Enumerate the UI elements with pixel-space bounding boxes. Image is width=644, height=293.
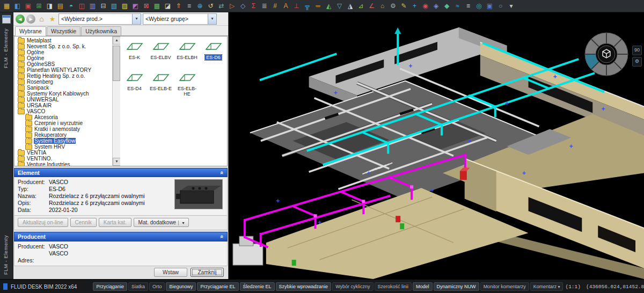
toolbar-icon[interactable]: ∠ <box>367 2 376 11</box>
toolbar-icon[interactable]: ↺ <box>206 2 215 11</box>
tree-item[interactable]: System HRV <box>14 144 112 150</box>
toolbar-icon[interactable]: ⊿ <box>356 2 365 11</box>
element-action-button[interactable]: Mat. dodatkowe <box>134 218 189 227</box>
element-action-button[interactable]: Karta kat. <box>99 218 131 227</box>
toolbar-icon[interactable]: A <box>281 2 290 11</box>
element-action-button[interactable]: Cennik <box>70 218 97 227</box>
statusbar-toggle[interactable]: Siatka <box>128 282 148 291</box>
tree-item[interactable]: Planetfan WENTYLATORY <box>14 67 112 73</box>
toolbar-icon[interactable]: ≡ <box>464 2 473 11</box>
tree-item[interactable]: Venture Industries <box>14 162 112 165</box>
statusbar-toggle[interactable]: Komentarz <box>530 282 564 291</box>
toolbar-icon[interactable]: ◪ <box>163 2 172 11</box>
toolbar-icon[interactable]: ▷ <box>228 2 237 11</box>
toolbar-icon[interactable]: ◉ <box>421 2 430 11</box>
catalog-tab[interactable]: Użytkownika <box>81 26 121 35</box>
wstaw-button[interactable]: Wstaw <box>154 268 187 277</box>
toolbar-icon[interactable]: ⊞ <box>34 2 43 11</box>
statusbar-toggle[interactable]: Śledzenie EL <box>240 282 275 291</box>
toolbar-icon[interactable]: # <box>270 2 280 11</box>
toolbar-icon[interactable]: ⊕ <box>195 2 204 11</box>
producer-dropdown[interactable]: <Wybierz prod.> ▾ <box>58 13 141 25</box>
tree-item[interactable]: Systemy Koryt Kablowych <box>14 91 112 97</box>
tree-item[interactable]: Neovent Sp. z o.o. Sp. k. <box>14 43 112 49</box>
product-tile[interactable]: ES-ELB-E <box>148 71 174 102</box>
toolbar-icon[interactable]: ⌂ <box>378 2 387 11</box>
back-icon[interactable]: ◄ <box>16 14 25 24</box>
chevron-down-icon[interactable]: ▾ <box>208 14 216 24</box>
tree-scrollbar[interactable]: ▲ ▼ <box>112 36 120 165</box>
tree-item[interactable]: Ogólne <box>14 55 112 61</box>
tree-item[interactable]: Ogólne <box>14 49 112 55</box>
statusbar-toggle[interactable]: Biegunowy <box>166 282 196 291</box>
tree-item[interactable]: VENTINO. <box>14 156 112 162</box>
toolbar-icon[interactable]: ⇑ <box>174 2 183 11</box>
toolbar-icon[interactable]: ⊥ <box>292 2 301 11</box>
element-action-button[interactable]: Aktualizuj on-line <box>18 218 68 227</box>
toolbar-icon[interactable]: ◫ <box>77 2 86 11</box>
toolbar-icon[interactable]: ▣ <box>485 2 494 11</box>
tree-item[interactable]: Kratki i anemostaty <box>14 126 112 132</box>
tree-item[interactable]: UNIWERSAL <box>14 97 112 102</box>
toolbar-icon[interactable]: ◩ <box>131 2 140 11</box>
toolbar-icon[interactable]: ╦ <box>303 2 312 11</box>
toolbar-icon[interactable]: ◨ <box>45 2 54 11</box>
toolbar-icon[interactable]: ○ <box>496 2 505 11</box>
product-tile[interactable]: ES-D4 <box>121 71 148 102</box>
scroll-thumb[interactable] <box>113 46 120 81</box>
statusbar-toggle[interactable]: Przyciąganie EL <box>197 282 238 291</box>
collapse-chevron-icon[interactable]: « <box>219 171 225 174</box>
toolbar-icon[interactable]: ◧ <box>13 2 22 11</box>
tree-item[interactable]: Sanipack <box>14 85 112 91</box>
statusbar-toggle[interactable]: Szybkie wprowadzanie <box>276 282 332 291</box>
toolbar-icon[interactable]: ⊠ <box>142 2 151 11</box>
statusbar-toggle[interactable]: Przyciąganie <box>93 282 127 291</box>
group-dropdown[interactable]: <Wybierz grupę> ▾ <box>143 13 217 25</box>
viewport-3d[interactable]: 90 ⚙ <box>229 12 644 279</box>
scroll-down-icon[interactable]: ▼ <box>113 158 121 166</box>
tree-item[interactable]: VASCO <box>14 108 112 114</box>
statusbar-toggle[interactable]: Monitor komentarzy <box>480 282 529 291</box>
statusbar-toggle[interactable]: Wybór cykliczny <box>332 282 373 291</box>
favorites-icon[interactable]: ★ <box>48 14 57 24</box>
product-tile[interactable]: ES-ELBH <box>174 40 200 71</box>
forward-icon[interactable]: ► <box>26 14 35 24</box>
scroll-up-icon[interactable]: ▲ <box>113 36 121 45</box>
collapse-chevron-icon[interactable]: « <box>219 235 225 238</box>
tree-item[interactable]: Rosenberg <box>14 79 112 85</box>
toolbar-icon[interactable]: ▽ <box>335 2 344 11</box>
toolbar-icon[interactable]: ▨ <box>120 2 129 11</box>
toolbar-icon[interactable]: ◇ <box>238 2 247 11</box>
statusbar-toggle[interactable]: Orto <box>149 282 165 291</box>
home-icon[interactable]: ⌂ <box>37 14 46 24</box>
product-tile[interactable]: ES-K <box>121 40 148 71</box>
toolbar-icon[interactable]: ▧ <box>109 2 119 11</box>
catalog-tab[interactable]: Wybrane <box>15 26 46 36</box>
toolbar-icon[interactable]: ≈ <box>453 2 462 11</box>
tree-item[interactable]: Rekuperatory <box>14 132 112 138</box>
toolbar-icon[interactable]: Σ <box>249 2 258 11</box>
tree-item[interactable]: Czerpnie i wyrzutnie <box>14 120 112 126</box>
toolbar-icon[interactable]: ◆ <box>442 2 451 11</box>
panel-tab-icon[interactable] <box>2 15 11 24</box>
toolbar-icon[interactable]: ▥ <box>88 2 97 11</box>
toolbar-icon[interactable]: ◮ <box>346 2 355 11</box>
toolbar-icon[interactable]: ▣ <box>24 2 33 11</box>
toolbar-icon[interactable]: ✎ <box>399 2 408 11</box>
toolbar-icon[interactable]: ◭ <box>324 2 333 11</box>
product-tile[interactable]: ES-ELBV <box>148 40 174 71</box>
tree-item[interactable]: Rettig Heating Sp. z o.o. <box>14 73 112 79</box>
toolbar-icon[interactable]: ⊟ <box>99 2 108 11</box>
catalog-tab[interactable]: Wszystkie <box>47 26 80 35</box>
chevron-down-icon[interactable]: ▾ <box>132 14 141 24</box>
tree-item[interactable]: Metalplast <box>14 38 112 43</box>
zamknij-button[interactable]: Zamknij <box>191 268 224 277</box>
gear-icon[interactable]: ⚙ <box>632 57 642 67</box>
toolbar-icon[interactable]: ≡ <box>185 2 194 11</box>
toolbar-icon[interactable]: ▦ <box>2 2 11 11</box>
toolbar-icon[interactable]: ▤ <box>56 2 65 11</box>
product-tile[interactable]: ES-ELB-HE <box>174 71 200 102</box>
tree-item[interactable]: OgólneSBS <box>14 61 112 67</box>
toolbar-icon[interactable]: + <box>410 2 419 11</box>
statusbar-toggle[interactable]: Dynamiczny NUW <box>434 282 479 291</box>
